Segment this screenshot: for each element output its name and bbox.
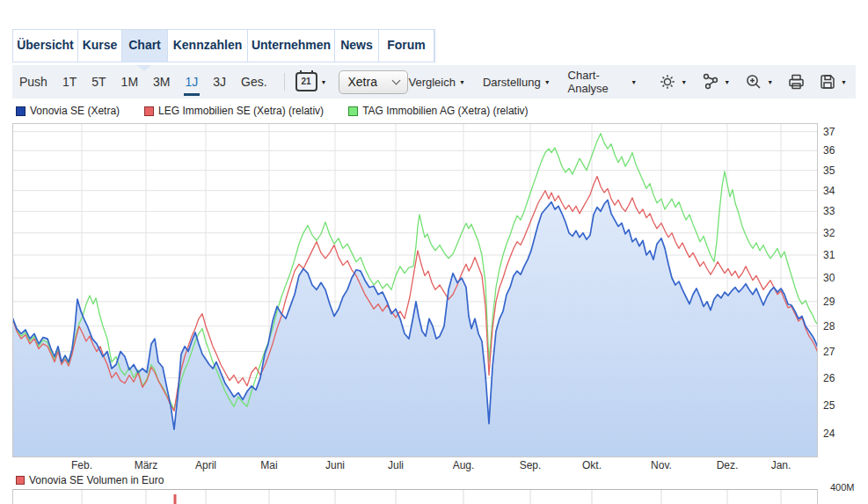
range-button-1j[interactable]: 1J bbox=[186, 75, 199, 89]
legend-item: Vonovia SE (Xetra) bbox=[16, 105, 120, 117]
exchange-select[interactable]: Xetra bbox=[339, 70, 408, 94]
chart-analyse-menu[interactable]: Chart-Analyse ▼ bbox=[568, 69, 638, 95]
legend-label: TAG Immobilien AG (Xetra) (relativ) bbox=[362, 105, 528, 117]
tab-chart[interactable]: Chart bbox=[122, 30, 168, 62]
range-button-5t[interactable]: 5T bbox=[91, 75, 106, 89]
chevron-down-icon: ▼ bbox=[459, 79, 465, 85]
x-axis-tick: Nov. bbox=[641, 459, 682, 471]
y-axis-tick: 26 bbox=[823, 372, 835, 384]
range-button-push[interactable]: Push bbox=[19, 75, 47, 89]
y-axis-tick: 37 bbox=[823, 126, 835, 138]
y-axis-tick: 29 bbox=[823, 296, 835, 308]
tab-forum[interactable]: Forum bbox=[379, 30, 434, 62]
print-button[interactable] bbox=[786, 72, 806, 91]
range-group: Push1T5T1M3M1J3JGes. bbox=[19, 75, 282, 89]
range-button-1m[interactable]: 1M bbox=[121, 75, 138, 89]
printer-icon bbox=[786, 72, 806, 91]
volume-chart-canvas[interactable] bbox=[12, 489, 818, 504]
darstellung-menu[interactable]: Darstellung ▼ bbox=[483, 76, 551, 89]
y-axis-tick: 25 bbox=[823, 399, 835, 412]
gear-icon bbox=[658, 72, 677, 91]
y-axis-tick: 34 bbox=[823, 185, 835, 197]
range-button-3m[interactable]: 3M bbox=[153, 75, 170, 89]
x-axis-tick: Aug. bbox=[443, 459, 484, 471]
x-axis-tick: Okt. bbox=[572, 459, 612, 471]
share-nodes-icon bbox=[701, 72, 720, 91]
chevron-down-icon: ▼ bbox=[321, 79, 327, 85]
y-axis: 2425262728293031323334353637 bbox=[823, 123, 850, 457]
save-icon bbox=[818, 72, 837, 91]
tab-news[interactable]: News bbox=[335, 30, 379, 62]
darstellung-menu-label: Darstellung bbox=[483, 76, 541, 89]
chevron-down-icon: ▼ bbox=[841, 79, 847, 85]
volume-legend-label: Vonovia SE Volumen in Euro bbox=[29, 474, 164, 486]
calendar-icon: 21 bbox=[295, 72, 317, 91]
range-button-3j[interactable]: 3J bbox=[213, 75, 226, 89]
chevron-down-icon bbox=[392, 77, 401, 85]
legend-item: LEG Immobilien SE (Xetra) (relativ) bbox=[144, 105, 324, 117]
indicators-button[interactable]: ▼ bbox=[701, 72, 730, 91]
tab-kennzahlen[interactable]: Kennzahlen bbox=[168, 30, 248, 62]
x-axis-tick: Juni bbox=[315, 459, 355, 471]
chevron-down-icon: ▼ bbox=[681, 79, 687, 85]
legend-label: LEG Immobilien SE (Xetra) (relativ) bbox=[158, 105, 324, 117]
y-axis-tick: 30 bbox=[823, 272, 835, 284]
x-axis-tick: Jan. bbox=[761, 459, 801, 471]
chevron-down-icon: ▼ bbox=[724, 79, 730, 85]
volume-axis-label: 400M bbox=[830, 482, 855, 493]
legend-swatch bbox=[16, 106, 26, 116]
chart-legend: Vonovia SE (Xetra)LEG Immobilien SE (Xet… bbox=[16, 104, 553, 118]
legend-label: Vonovia SE (Xetra) bbox=[30, 105, 120, 117]
x-axis-tick: Mai bbox=[249, 459, 289, 471]
y-axis-tick: 31 bbox=[823, 249, 835, 261]
range-button-ges[interactable]: Ges. bbox=[241, 75, 267, 89]
y-axis-tick: 27 bbox=[823, 346, 835, 358]
legend-swatch bbox=[348, 106, 358, 116]
zoom-in-icon bbox=[744, 72, 763, 91]
x-axis-tick: Juli bbox=[376, 459, 416, 471]
x-axis-tick: März bbox=[126, 459, 166, 471]
x-axis-tick: Sep. bbox=[510, 459, 551, 471]
tab-kurse[interactable]: Kurse bbox=[78, 30, 122, 62]
tab-unternehmen[interactable]: Unternehmen bbox=[248, 30, 335, 62]
chevron-down-icon: ▼ bbox=[767, 79, 773, 85]
x-axis-tick: Feb. bbox=[62, 459, 102, 471]
y-axis-tick: 32 bbox=[823, 227, 835, 239]
date-range-picker-button[interactable]: 21 ▼ bbox=[295, 72, 327, 91]
stock-chart-page: ÜbersichtKurseChartKennzahlenUnternehmen… bbox=[0, 0, 868, 504]
x-axis-tick: Dez. bbox=[707, 459, 748, 471]
y-axis-tick: 33 bbox=[823, 205, 835, 217]
y-axis-tick: 36 bbox=[823, 144, 835, 157]
chevron-down-icon: ▼ bbox=[544, 79, 551, 85]
vergleich-menu-label: Vergleich bbox=[408, 76, 455, 89]
exchange-select-value: Xetra bbox=[347, 75, 376, 89]
price-chart-canvas[interactable] bbox=[12, 123, 818, 457]
x-axis: Feb.MärzAprilMaiJuniJuliAug.Sep.Okt.Nov.… bbox=[12, 459, 818, 472]
legend-swatch bbox=[144, 106, 154, 116]
chevron-down-icon: ▼ bbox=[631, 79, 637, 85]
chart-settings-button[interactable]: ▼ bbox=[658, 72, 687, 91]
active-tab-notch bbox=[137, 65, 151, 71]
y-axis-tick: 24 bbox=[823, 427, 835, 440]
legend-item: TAG Immobilien AG (Xetra) (relativ) bbox=[348, 105, 528, 117]
save-button[interactable]: ▼ bbox=[818, 72, 847, 91]
volume-legend-swatch bbox=[16, 476, 25, 485]
volume-legend: Vonovia SE Volumen in Euro bbox=[16, 474, 164, 486]
y-axis-tick: 35 bbox=[823, 164, 835, 177]
vergleich-menu[interactable]: Vergleich ▼ bbox=[408, 76, 464, 89]
x-axis-tick: April bbox=[186, 459, 226, 471]
tab-bar: ÜbersichtKurseChartKennzahlenUnternehmen… bbox=[12, 29, 435, 62]
chart-analyse-menu-label: Chart-Analyse bbox=[568, 69, 628, 95]
toolbar-divider bbox=[284, 73, 285, 91]
tab-bersicht[interactable]: Übersicht bbox=[13, 30, 78, 62]
range-button-1t[interactable]: 1T bbox=[62, 75, 77, 89]
zoom-button[interactable]: ▼ bbox=[744, 72, 773, 91]
y-axis-tick: 28 bbox=[823, 320, 835, 332]
